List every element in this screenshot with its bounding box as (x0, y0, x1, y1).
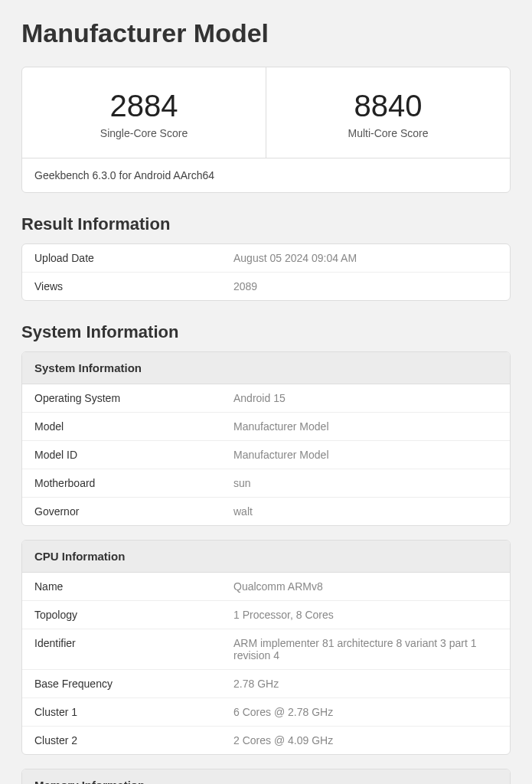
multi-core-value: 8840 (274, 89, 502, 122)
single-core-score: 2884 Single-Core Score (22, 67, 266, 158)
row-val: 2.78 GHz (233, 678, 498, 690)
row-key: Cluster 2 (34, 734, 233, 746)
row-val: August 05 2024 09:04 AM (233, 252, 498, 264)
row-val: Qualcomm ARMv8 (233, 580, 498, 593)
table-row: Model Manufacturer Model (22, 413, 510, 441)
row-key: Operating System (34, 392, 233, 404)
row-val: 2 Cores @ 4.09 GHz (233, 734, 498, 746)
table-row: Views 2089 (22, 273, 510, 300)
row-val: walt (233, 505, 498, 518)
cpu-info-table: CPU Information Name Qualcomm ARMv8 Topo… (21, 540, 511, 755)
single-core-value: 2884 (30, 89, 258, 122)
table-row: Identifier ARM implementer 81 architectu… (22, 629, 510, 670)
row-key: Cluster 1 (34, 706, 233, 718)
row-val: Manufacturer Model (233, 420, 498, 433)
table-row: Cluster 1 6 Cores @ 2.78 GHz (22, 698, 510, 727)
system-info-table: System Information Operating System Andr… (21, 351, 511, 526)
table-header: CPU Information (22, 541, 510, 573)
multi-core-label: Multi-Core Score (274, 127, 502, 139)
row-key: Base Frequency (34, 678, 233, 690)
table-row: Name Qualcomm ARMv8 (22, 573, 510, 601)
single-core-label: Single-Core Score (30, 127, 258, 139)
row-val: Android 15 (233, 392, 498, 404)
table-header: System Information (22, 352, 510, 384)
scores-row: 2884 Single-Core Score 8840 Multi-Core S… (22, 67, 510, 158)
row-key: Name (34, 580, 233, 593)
row-key: Governor (34, 505, 233, 518)
row-val: ARM implementer 81 architecture 8 varian… (233, 637, 498, 662)
row-key: Topology (34, 609, 233, 621)
table-row: Governor walt (22, 498, 510, 525)
table-row: Upload Date August 05 2024 09:04 AM (22, 244, 510, 273)
row-val: 1 Processor, 8 Cores (233, 609, 498, 621)
table-header: Memory Information (22, 769, 510, 784)
row-val: Manufacturer Model (233, 449, 498, 461)
benchmark-version: Geekbench 6.3.0 for Android AArch64 (22, 158, 510, 192)
scores-card: 2884 Single-Core Score 8840 Multi-Core S… (21, 67, 511, 193)
table-row: Base Frequency 2.78 GHz (22, 670, 510, 698)
row-key: Model ID (34, 449, 233, 461)
row-key: Identifier (34, 637, 233, 662)
multi-core-score: 8840 Multi-Core Score (266, 67, 510, 158)
system-info-heading: System Information (21, 322, 511, 342)
result-info-heading: Result Information (21, 214, 511, 234)
row-val: 2089 (233, 280, 498, 292)
row-key: Motherboard (34, 477, 233, 489)
memory-info-table: Memory Information Size 10.91 GB (21, 769, 511, 784)
table-row: Model ID Manufacturer Model (22, 441, 510, 469)
row-key: Model (34, 420, 233, 433)
table-row: Operating System Android 15 (22, 384, 510, 413)
table-row: Topology 1 Processor, 8 Cores (22, 601, 510, 629)
row-val: 6 Cores @ 2.78 GHz (233, 706, 498, 718)
row-val: sun (233, 477, 498, 489)
row-key: Views (34, 280, 233, 292)
result-info-table: Upload Date August 05 2024 09:04 AM View… (21, 243, 511, 301)
page-title: Manufacturer Model (21, 18, 511, 48)
table-row: Motherboard sun (22, 469, 510, 498)
row-key: Upload Date (34, 252, 233, 264)
table-row: Cluster 2 2 Cores @ 4.09 GHz (22, 727, 510, 754)
